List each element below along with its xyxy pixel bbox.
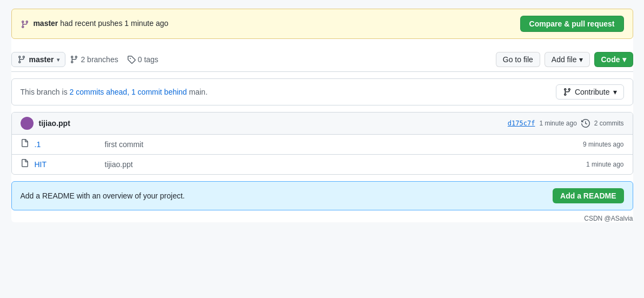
ahead-commits-link[interactable]: 2 commits ahead,	[70, 88, 131, 96]
branch-selector[interactable]: master ▾	[11, 52, 66, 67]
file-table: tijiao.ppt d175c7f 1 minute ago 2 commit…	[11, 112, 633, 175]
banner-time: 1 minute ago	[124, 19, 168, 28]
file-time: 1 minute ago	[586, 161, 623, 168]
banner-branch-name: master	[33, 19, 58, 28]
branch-icon	[21, 20, 31, 29]
file-table-header: tijiao.ppt d175c7f 1 minute ago 2 commit…	[12, 112, 633, 135]
add-file-button[interactable]: Add file ▾	[545, 52, 590, 67]
readme-banner-text: Add a README with an overview of your pr…	[21, 191, 185, 200]
readme-banner: Add a README with an overview of your pr…	[11, 181, 633, 210]
go-to-file-label: Go to file	[503, 55, 533, 64]
file-name-link[interactable]: HIT	[35, 160, 99, 169]
table-row: HIT tijiao.ppt 1 minute ago	[12, 155, 633, 174]
banner-text1: had recent pushes	[60, 19, 124, 28]
code-label: Code	[601, 55, 620, 64]
branch-chevron-icon: ▾	[57, 57, 59, 63]
ahead-behind-prefix: This branch is	[21, 88, 70, 96]
tags-icon	[127, 55, 136, 64]
file-commit-msg: tijiao.ppt	[105, 160, 581, 169]
ahead-commits-label: 2 commits ahead,	[70, 88, 130, 96]
branch-name-label: master	[29, 55, 54, 64]
branches-link[interactable]: 2 branches	[70, 55, 118, 64]
commits-count-link[interactable]: 2 commits	[594, 120, 624, 127]
push-banner-text: master had recent pushes 1 minute ago	[21, 19, 169, 28]
file-icon	[21, 139, 29, 150]
contribute-icon	[563, 88, 572, 96]
commit-meta: d175c7f 1 minute ago 2 commits	[508, 119, 624, 128]
behind-commits-link[interactable]: 1 commit behind	[131, 88, 189, 96]
branch-toolbar: master ▾ 2 branches 0 tags	[11, 48, 633, 72]
file-commit-msg: first commit	[105, 140, 578, 149]
branch-selector-icon	[17, 55, 26, 64]
commit-hash-link[interactable]: d175c7f	[508, 120, 535, 127]
code-chevron-icon: ▾	[622, 55, 626, 64]
commit-time: 1 minute ago	[539, 120, 576, 127]
compare-pull-request-button[interactable]: Compare & pull request	[520, 16, 624, 32]
push-banner: master had recent pushes 1 minute ago Co…	[11, 9, 633, 39]
file-time: 9 minutes ago	[583, 141, 623, 148]
table-row: .1 first commit 9 minutes ago	[12, 135, 633, 155]
branches-count-label: 2 branches	[81, 55, 118, 64]
branches-icon	[70, 55, 78, 64]
toolbar-right: Go to file Add file ▾ Code ▾	[496, 52, 633, 67]
add-file-label: Add file	[552, 55, 577, 64]
ahead-behind-text: This branch is 2 commits ahead, 1 commit…	[21, 88, 208, 96]
file-name-link[interactable]: .1	[35, 140, 99, 149]
commits-count-label: 2 commits	[594, 120, 624, 127]
avatar	[21, 117, 34, 130]
contribute-button[interactable]: Contribute ▾	[556, 84, 624, 100]
history-icon	[581, 119, 590, 128]
add-file-chevron-icon: ▾	[579, 55, 583, 64]
behind-commits-label: 1 commit behind	[131, 88, 187, 96]
tags-link[interactable]: 0 tags	[127, 55, 158, 64]
branch-meta: 2 branches 0 tags	[70, 55, 491, 64]
file-icon	[21, 159, 29, 170]
code-button[interactable]: Code ▾	[594, 52, 633, 67]
contribute-label: Contribute	[575, 88, 610, 96]
tags-count-label: 0 tags	[138, 55, 158, 64]
ahead-behind-bar: This branch is 2 commits ahead, 1 commit…	[11, 78, 633, 105]
footer-text: CSDN @ASalvia	[584, 215, 633, 222]
add-readme-button[interactable]: Add a README	[553, 188, 623, 203]
ahead-behind-suffix: main.	[189, 88, 208, 96]
header-commit-message: tijiao.ppt	[39, 119, 502, 128]
contribute-chevron-icon: ▾	[613, 88, 617, 96]
go-to-file-button[interactable]: Go to file	[496, 52, 540, 67]
footer: CSDN @ASalvia	[11, 215, 633, 222]
